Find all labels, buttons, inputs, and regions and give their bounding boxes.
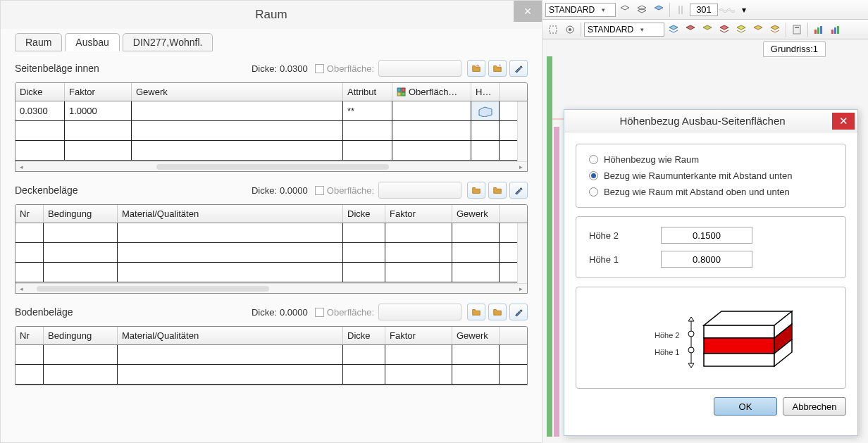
decken-thickness-label: Dicke: bbox=[252, 185, 277, 196]
seiten-col-attribut[interactable]: Attribut bbox=[343, 83, 392, 101]
seiten-load-favorite-button[interactable] bbox=[467, 60, 485, 77]
cell-faktor[interactable]: 1.0000 bbox=[65, 101, 132, 120]
h1-label: Höhe 1 bbox=[589, 254, 652, 265]
decken-grid[interactable]: Nr Bedingung Material/Qualitäten Dicke F… bbox=[15, 204, 528, 294]
h2-input[interactable] bbox=[661, 227, 752, 244]
table-row[interactable] bbox=[16, 365, 527, 385]
boden-load-favorite-button[interactable] bbox=[467, 304, 485, 320]
table-row[interactable] bbox=[16, 345, 527, 365]
boden-surface-input[interactable] bbox=[378, 304, 461, 320]
svg-point-6 bbox=[569, 28, 571, 31]
boden-grid[interactable]: Nr Bedingung Material/Qualitäten Dicke F… bbox=[15, 326, 528, 385]
layers-icon[interactable] bbox=[733, 22, 749, 37]
layers-icon[interactable] bbox=[750, 22, 766, 37]
decken-col-gewerk[interactable]: Gewerk bbox=[452, 205, 500, 223]
toolbar-icon[interactable] bbox=[651, 2, 666, 18]
layer-combo-1[interactable]: STANDARD bbox=[545, 3, 616, 17]
grid-vscroll[interactable] bbox=[517, 223, 527, 283]
toolbar-pattern-icon[interactable] bbox=[719, 2, 735, 18]
seiten-save-favorite-button[interactable] bbox=[488, 60, 507, 77]
height-ref-icon bbox=[478, 106, 493, 117]
boden-col-bedingung[interactable]: Bedingung bbox=[44, 327, 118, 344]
decken-col-faktor[interactable]: Faktor bbox=[385, 205, 452, 223]
seiten-surface-input[interactable] bbox=[378, 60, 461, 77]
table-row[interactable] bbox=[16, 223, 527, 243]
layer-combo-2[interactable]: STANDARD bbox=[584, 23, 664, 37]
tab-din277[interactable]: DIN277,Wohnfl. bbox=[123, 33, 213, 51]
boden-thickness-value: 0.0000 bbox=[280, 307, 308, 318]
tab-ausbau[interactable]: Ausbau bbox=[65, 33, 119, 51]
seiten-surface-checkbox[interactable] bbox=[315, 64, 324, 73]
chart-icon[interactable] bbox=[811, 22, 826, 37]
calc-icon[interactable] bbox=[789, 22, 805, 37]
boden-col-dicke[interactable]: Dicke bbox=[343, 327, 385, 344]
decken-save-favorite-button[interactable] bbox=[488, 182, 507, 199]
seiten-col-dicke[interactable]: Dicke bbox=[16, 83, 65, 101]
table-row[interactable] bbox=[16, 141, 527, 161]
seiten-grid[interactable]: Dicke Faktor Gewerk Attribut Oberfläch… … bbox=[15, 82, 528, 172]
toolbar-icon[interactable] bbox=[545, 22, 561, 37]
radio-option-1[interactable]: Bezug wie Raumunterkante mit Abstand unt… bbox=[589, 170, 833, 181]
table-row[interactable] bbox=[16, 243, 527, 263]
decken-col-dicke[interactable]: Dicke bbox=[343, 205, 385, 223]
layers-icon[interactable] bbox=[700, 22, 715, 37]
decken-surface-checkbox[interactable] bbox=[315, 186, 324, 195]
decken-surface-input[interactable] bbox=[378, 182, 461, 199]
decken-eyedropper-button[interactable] bbox=[509, 182, 528, 199]
cell-h[interactable] bbox=[471, 101, 500, 120]
tab-raum[interactable]: Raum bbox=[15, 33, 62, 51]
layers-icon[interactable] bbox=[767, 22, 783, 37]
boden-eyedropper-button[interactable] bbox=[509, 304, 528, 320]
dialog-close-button[interactable]: ✕ bbox=[832, 113, 855, 130]
decken-col-bedingung[interactable]: Bedingung bbox=[44, 205, 118, 223]
svg-rect-14 bbox=[837, 26, 839, 34]
grid-hscroll[interactable] bbox=[16, 283, 527, 293]
seiten-eyedropper-button[interactable] bbox=[509, 60, 528, 77]
h1-input[interactable] bbox=[661, 251, 752, 268]
decken-thickness-value: 0.0000 bbox=[280, 185, 308, 196]
layers-icon[interactable] bbox=[683, 22, 698, 37]
table-row[interactable] bbox=[16, 121, 527, 141]
layers-icon[interactable] bbox=[666, 22, 681, 37]
toolbar-spin-input[interactable] bbox=[690, 4, 718, 16]
drawing-area: STANDARD ▾ STANDARD bbox=[542, 0, 868, 443]
panel-close-button[interactable]: × bbox=[514, 1, 542, 22]
decken-col-material[interactable]: Material/Qualitäten bbox=[118, 205, 343, 223]
decken-load-favorite-button[interactable] bbox=[467, 182, 485, 199]
boden-col-nr[interactable]: Nr bbox=[16, 327, 44, 344]
boden-col-gewerk[interactable]: Gewerk bbox=[452, 327, 500, 344]
layers-icon[interactable] bbox=[717, 22, 732, 37]
seiten-col-faktor[interactable]: Faktor bbox=[65, 83, 132, 101]
toolbar-icon[interactable] bbox=[562, 22, 578, 37]
radio-option-0[interactable]: Höhenbezug wie Raum bbox=[589, 154, 833, 165]
cell-dicke[interactable]: 0.0300 bbox=[16, 101, 65, 120]
view-tab[interactable]: Grundriss:1 bbox=[763, 41, 826, 57]
toolbar-icon[interactable] bbox=[673, 2, 688, 18]
toolbar-icon[interactable] bbox=[617, 2, 633, 18]
toolbar-dropdown-icon[interactable]: ▾ bbox=[736, 2, 752, 18]
tab-strip: Raum Ausbau DIN277,Wohnfl. bbox=[1, 29, 542, 51]
cell-gewerk[interactable] bbox=[132, 101, 343, 120]
boden-surface-label: Oberfläche: bbox=[327, 307, 374, 318]
radio-label: Bezug wie Raumunterkante mit Abstand unt… bbox=[604, 170, 792, 181]
toolbar-icon[interactable] bbox=[634, 2, 650, 18]
grid-hscroll[interactable] bbox=[16, 161, 527, 171]
cell-attribut[interactable]: ** bbox=[343, 101, 392, 120]
seiten-col-h[interactable]: H… bbox=[471, 83, 500, 101]
radio-option-2[interactable]: Bezug wie Raum mit Abstand oben und unte… bbox=[589, 187, 833, 197]
decken-col-nr[interactable]: Nr bbox=[16, 205, 44, 223]
seiten-col-gewerk[interactable]: Gewerk bbox=[132, 83, 343, 101]
ok-button[interactable]: OK bbox=[714, 397, 777, 416]
grid-vscroll[interactable] bbox=[517, 101, 527, 161]
boden-save-favorite-button[interactable] bbox=[488, 304, 507, 320]
table-row[interactable] bbox=[16, 263, 527, 282]
section-boden: Bodenbeläge Dicke: 0.0000 Oberfläche: bbox=[15, 302, 528, 385]
table-row[interactable]: 0.0300 1.0000 ** bbox=[16, 101, 527, 121]
boden-col-faktor[interactable]: Faktor bbox=[385, 327, 452, 344]
boden-col-material[interactable]: Material/Qualitäten bbox=[118, 327, 343, 344]
cancel-button[interactable]: Abbrechen bbox=[783, 397, 846, 416]
chart-icon[interactable] bbox=[828, 22, 843, 37]
boden-surface-checkbox[interactable] bbox=[315, 308, 324, 317]
seiten-col-oberflaeche[interactable]: Oberfläch… bbox=[392, 83, 471, 101]
cell-oberfl[interactable] bbox=[392, 101, 471, 120]
